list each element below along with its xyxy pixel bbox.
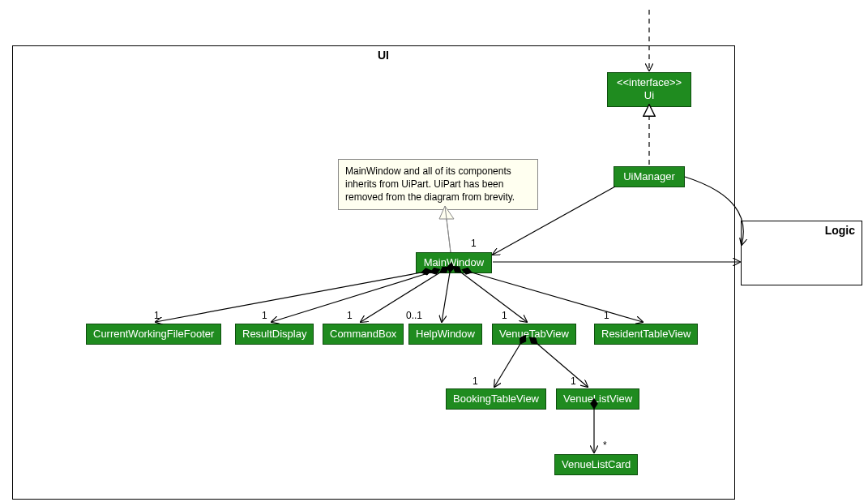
venue-tab-view-name: VenueTabView bbox=[499, 328, 569, 340]
help-window-name: HelpWindow bbox=[416, 328, 475, 340]
note-line2: inherits from UiPart. UiPart has been bbox=[345, 178, 531, 191]
result-display-name: ResultDisplay bbox=[242, 328, 306, 340]
venue-list-card-name: VenueListCard bbox=[562, 458, 631, 470]
command-box-name: CommandBox bbox=[330, 328, 396, 340]
mult-venue-list-view: 1 bbox=[571, 375, 576, 387]
class-resident-table-view: ResidentTableView bbox=[594, 324, 698, 345]
class-booking-table-view: BookingTableView bbox=[446, 388, 546, 410]
booking-table-view-name: BookingTableView bbox=[453, 393, 539, 405]
class-result-display: ResultDisplay bbox=[235, 324, 314, 345]
class-main-window: MainWindow bbox=[416, 252, 492, 273]
note-uipart: MainWindow and all of its components inh… bbox=[338, 159, 538, 210]
package-ui-label: UI bbox=[378, 49, 389, 62]
mult-venue-tab-view: 1 bbox=[502, 310, 507, 321]
mult-cwff: 1 bbox=[154, 310, 160, 321]
venue-list-view-name: VenueListView bbox=[563, 393, 632, 405]
mult-help-window: 0..1 bbox=[406, 310, 422, 321]
class-ui-interface: <<interface>> Ui bbox=[607, 72, 691, 107]
cwff-name: CurrentWorkingFileFooter bbox=[93, 328, 214, 340]
ui-manager-name: UiManager bbox=[623, 170, 675, 182]
mult-mw-uimanager: 1 bbox=[471, 238, 477, 249]
note-line1: MainWindow and all of its components bbox=[345, 165, 531, 178]
class-venue-list-view: VenueListView bbox=[556, 388, 639, 410]
ui-interface-name: Ui bbox=[614, 89, 684, 102]
class-ui-manager: UiManager bbox=[614, 166, 685, 187]
mult-command-box: 1 bbox=[347, 310, 353, 321]
mult-resident-table-view: 1 bbox=[604, 310, 609, 321]
class-venue-tab-view: VenueTabView bbox=[492, 324, 576, 345]
mult-result-display: 1 bbox=[262, 310, 267, 321]
package-logic-label: Logic bbox=[825, 224, 855, 237]
class-help-window: HelpWindow bbox=[408, 324, 482, 345]
ui-interface-stereotype: <<interface>> bbox=[614, 76, 684, 89]
class-venue-list-card: VenueListCard bbox=[554, 454, 638, 475]
note-line3: removed from the diagram from brevity. bbox=[345, 191, 531, 204]
mult-booking-table-view: 1 bbox=[472, 375, 478, 387]
package-logic: Logic bbox=[741, 221, 862, 285]
mult-venue-list-card: * bbox=[603, 440, 607, 451]
resident-table-view-name: ResidentTableView bbox=[601, 328, 691, 340]
class-command-box: CommandBox bbox=[323, 324, 404, 345]
main-window-name: MainWindow bbox=[424, 256, 484, 268]
class-cwff: CurrentWorkingFileFooter bbox=[86, 324, 221, 345]
package-ui: UI bbox=[12, 45, 735, 500]
